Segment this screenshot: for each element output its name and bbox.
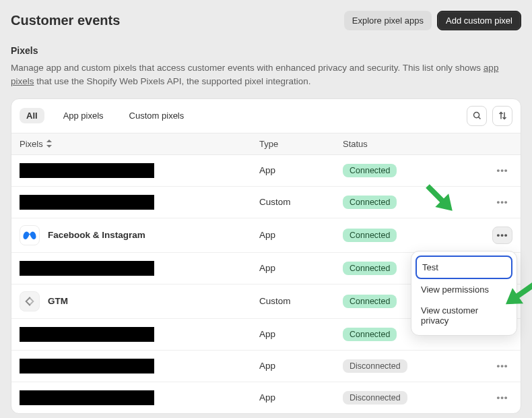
- svg-line-1: [478, 117, 480, 119]
- pixel-name: GTM: [48, 296, 68, 306]
- cell-name: [20, 327, 259, 342]
- cell-type: App: [259, 230, 343, 240]
- sort-icon: [498, 111, 508, 121]
- popover-item-view-permissions[interactable]: View permissions: [415, 279, 512, 300]
- cell-type: Custom: [259, 296, 343, 306]
- column-header-pixels-label: Pixels: [20, 139, 43, 149]
- cell-actions: •••: [437, 357, 512, 375]
- tab-app-pixels[interactable]: App pixels: [57, 108, 110, 123]
- cell-name: [20, 195, 259, 210]
- cell-status: Disconnected: [343, 359, 437, 373]
- more-actions-button[interactable]: •••: [492, 227, 512, 244]
- cell-name: [20, 163, 259, 178]
- cell-name: [20, 359, 259, 374]
- cell-status: Connected: [343, 164, 437, 177]
- page-title: Customer events: [11, 13, 120, 28]
- table-row: Facebook & InstagramAppConnected•••: [11, 218, 521, 253]
- pixel-name: Facebook & Instagram: [48, 230, 145, 240]
- cell-type: App: [259, 361, 343, 371]
- more-icon: •••: [496, 230, 508, 240]
- redacted-name: [20, 163, 154, 178]
- gtm-icon: [20, 291, 40, 311]
- cell-actions: •••: [437, 389, 512, 407]
- status-badge: Connected: [343, 328, 397, 341]
- desc-text-pre: Manage app and custom pixels that access…: [11, 63, 484, 73]
- table-row: AppDisconnected•••: [11, 382, 521, 413]
- search-button[interactable]: [467, 106, 487, 126]
- more-icon: •••: [496, 392, 508, 402]
- redacted-name: [20, 390, 154, 405]
- status-badge: Connected: [343, 229, 397, 242]
- popover-item-test[interactable]: Test: [415, 256, 512, 279]
- table-row: AppDisconnected•••: [11, 351, 521, 382]
- more-actions-button[interactable]: •••: [492, 193, 512, 211]
- filter-tabs: All App pixels Custom pixels: [20, 108, 191, 123]
- cell-name: [20, 261, 259, 276]
- table-row: AppConnected•••: [11, 155, 521, 187]
- sort-button[interactable]: [492, 106, 512, 126]
- svg-marker-2: [46, 140, 52, 142]
- cell-name: Facebook & Instagram: [20, 225, 259, 245]
- header-actions: Explore pixel apps Add custom pixel: [344, 11, 521, 30]
- more-icon: •••: [496, 361, 508, 371]
- cell-actions: •••: [437, 162, 512, 179]
- more-icon: •••: [496, 197, 508, 207]
- column-header-status: Status: [343, 139, 437, 149]
- desc-text-post: that use the Shopify Web Pixels API, the…: [34, 76, 311, 86]
- cell-status: Connected: [343, 229, 437, 242]
- meta-icon: [20, 225, 40, 245]
- cell-actions: •••: [437, 227, 512, 244]
- status-badge: Connected: [343, 262, 397, 275]
- sort-caret-icon: [46, 140, 53, 148]
- tab-all[interactable]: All: [20, 108, 44, 123]
- table-header-row: Pixels Type Status: [11, 133, 521, 155]
- tab-custom-pixels[interactable]: Custom pixels: [123, 108, 191, 123]
- cell-type: App: [259, 165, 343, 175]
- column-header-type: Type: [259, 139, 343, 149]
- cell-type: App: [259, 329, 343, 339]
- page-header: Customer events Explore pixel apps Add c…: [11, 11, 521, 30]
- section-heading: Pixels: [11, 45, 521, 56]
- toolbar-icons: [467, 106, 512, 126]
- more-actions-button[interactable]: •••: [492, 162, 512, 179]
- row-actions-popover: Test View permissions View customer priv…: [411, 251, 517, 336]
- svg-point-0: [473, 113, 479, 118]
- column-header-pixels[interactable]: Pixels: [20, 139, 259, 149]
- redacted-name: [20, 261, 154, 276]
- table-toolbar: All App pixels Custom pixels: [11, 99, 521, 133]
- status-badge: Disconnected: [343, 391, 407, 405]
- more-actions-button[interactable]: •••: [492, 357, 512, 375]
- redacted-name: [20, 327, 154, 342]
- cell-type: Custom: [259, 197, 343, 207]
- cell-type: App: [259, 263, 343, 273]
- status-badge: Disconnected: [343, 359, 407, 373]
- more-icon: •••: [496, 165, 508, 175]
- svg-marker-3: [46, 145, 52, 148]
- more-actions-button[interactable]: •••: [492, 389, 512, 407]
- cell-status: Connected: [343, 196, 437, 209]
- popover-item-view-privacy[interactable]: View customer privacy: [415, 300, 512, 331]
- redacted-name: [20, 359, 154, 374]
- cell-type: App: [259, 392, 343, 402]
- cell-status: Disconnected: [343, 391, 437, 405]
- status-badge: Connected: [343, 196, 397, 209]
- cell-name: GTM: [20, 291, 259, 311]
- cell-name: [20, 390, 259, 405]
- add-custom-pixel-button[interactable]: Add custom pixel: [437, 11, 521, 30]
- explore-pixel-apps-button[interactable]: Explore pixel apps: [344, 11, 432, 30]
- redacted-name: [20, 195, 154, 210]
- status-badge: Connected: [343, 295, 397, 308]
- search-icon: [472, 111, 482, 121]
- section-description: Manage app and custom pixels that access…: [11, 61, 521, 89]
- status-badge: Connected: [343, 164, 397, 177]
